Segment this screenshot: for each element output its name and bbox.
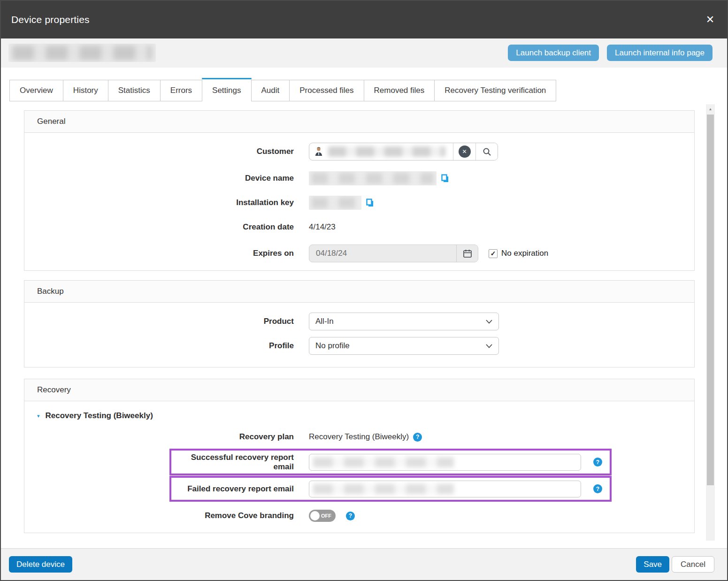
successful-email-highlight-box: Successful recovery report email ? bbox=[169, 449, 612, 475]
customer-clear-button[interactable]: ✕ bbox=[453, 143, 475, 160]
tab-audit[interactable]: Audit bbox=[251, 80, 290, 101]
expires-on-label: Expires on bbox=[24, 249, 294, 258]
failed-email-input[interactable] bbox=[309, 481, 581, 497]
tab-errors[interactable]: Errors bbox=[160, 80, 202, 101]
remove-branding-label: Remove Cove branding bbox=[24, 511, 294, 520]
product-row: Product All-In bbox=[24, 313, 694, 330]
device-header-band: Launch backup client Launch internal inf… bbox=[1, 38, 727, 68]
tab-bar: Overview History Statistics Errors Setti… bbox=[9, 78, 556, 101]
remove-branding-toggle[interactable]: OFF bbox=[309, 510, 336, 522]
cancel-button[interactable]: Cancel bbox=[672, 556, 714, 573]
customer-search-button[interactable] bbox=[475, 143, 498, 160]
help-icon[interactable]: ? bbox=[346, 512, 355, 520]
device-name-row: Device name bbox=[24, 171, 694, 185]
customer-row: Customer bbox=[24, 143, 694, 161]
device-name-redacted-value bbox=[309, 171, 437, 185]
failed-email-redacted-value bbox=[313, 484, 454, 494]
product-label: Product bbox=[24, 317, 294, 326]
customer-picker[interactable]: ✕ bbox=[309, 143, 498, 161]
creation-date-value: 4/14/23 bbox=[309, 222, 336, 232]
dialog-titlebar: Device properties ✕ bbox=[1, 1, 727, 38]
checkbox-check-icon: ✓ bbox=[489, 249, 498, 258]
profile-label: Profile bbox=[24, 341, 294, 351]
tab-history[interactable]: History bbox=[63, 80, 108, 101]
delete-device-button[interactable]: Delete device bbox=[9, 556, 72, 573]
device-name-redacted-heading bbox=[8, 44, 156, 62]
toggle-state-label: OFF bbox=[321, 510, 331, 522]
successful-email-label: Successful recovery report email bbox=[171, 453, 294, 472]
tab-settings[interactable]: Settings bbox=[202, 78, 251, 101]
failed-email-highlight-box: Failed recovery report email ? bbox=[169, 476, 612, 502]
copy-device-name-button[interactable] bbox=[441, 174, 449, 183]
save-button[interactable]: Save bbox=[636, 556, 669, 573]
copy-installation-key-button[interactable] bbox=[366, 199, 374, 207]
dialog-title: Device properties bbox=[11, 14, 90, 25]
dialog-footer: Delete device Save Cancel bbox=[1, 548, 727, 580]
expires-on-value: 04/18/24 bbox=[309, 245, 456, 262]
creation-date-label: Creation date bbox=[24, 222, 294, 232]
scrollbar-thumb[interactable] bbox=[707, 115, 714, 485]
toggle-knob bbox=[310, 511, 320, 520]
chevron-down-icon bbox=[486, 320, 492, 324]
backup-section: Backup Product All-In Profile No bbox=[24, 280, 695, 367]
tab-overview[interactable]: Overview bbox=[9, 80, 63, 101]
installation-key-label: Installation key bbox=[24, 198, 294, 207]
band-actions: Launch backup client Launch internal inf… bbox=[508, 45, 713, 61]
launch-internal-info-button[interactable]: Launch internal info page bbox=[607, 45, 713, 61]
customer-label: Customer bbox=[24, 147, 294, 156]
general-section: General Customer bbox=[24, 110, 695, 271]
collapse-triangle-icon: ▾ bbox=[37, 413, 40, 419]
failed-email-label: Failed recovery report email bbox=[171, 484, 294, 494]
installation-key-redacted-value bbox=[309, 196, 361, 210]
calendar-icon[interactable] bbox=[456, 245, 478, 262]
device-properties-dialog: Device properties ✕ Launch backup client… bbox=[0, 0, 728, 581]
chevron-down-icon bbox=[486, 344, 492, 348]
device-name-label: Device name bbox=[24, 174, 294, 183]
remove-branding-row: Remove Cove branding OFF ? bbox=[24, 510, 694, 522]
successful-email-redacted-value bbox=[313, 457, 454, 467]
help-icon[interactable]: ? bbox=[593, 484, 602, 493]
creation-date-row: Creation date 4/14/23 bbox=[24, 222, 694, 233]
launch-backup-client-button[interactable]: Launch backup client bbox=[508, 45, 599, 61]
tab-statistics[interactable]: Statistics bbox=[108, 80, 161, 101]
no-expiration-checkbox[interactable]: ✓ No expiration bbox=[489, 249, 548, 258]
expires-on-row: Expires on 04/18/24 ✓ bbox=[24, 245, 694, 262]
close-icon[interactable]: ✕ bbox=[704, 13, 717, 26]
product-value: All-In bbox=[315, 317, 334, 326]
clear-icon: ✕ bbox=[459, 145, 471, 158]
search-icon bbox=[483, 147, 491, 156]
tab-recovery-testing-verification[interactable]: Recovery Testing verification bbox=[434, 80, 556, 101]
recovery-plan-label: Recovery plan bbox=[24, 432, 294, 442]
profile-value: No profile bbox=[315, 341, 350, 351]
profile-row: Profile No profile bbox=[24, 337, 694, 355]
customer-name-redacted bbox=[328, 146, 445, 157]
recovery-plan-group-toggle[interactable]: ▾ Recovery Testing (Biweekly) bbox=[24, 411, 694, 420]
help-icon[interactable]: ? bbox=[413, 433, 422, 442]
scroll-up-icon[interactable]: ▲ bbox=[706, 104, 715, 114]
vertical-scrollbar[interactable]: ▲ bbox=[706, 104, 715, 541]
recovery-section: Recovery ▾ Recovery Testing (Biweekly) R… bbox=[24, 379, 695, 533]
profile-select[interactable]: No profile bbox=[309, 337, 499, 355]
recovery-plan-group-title: Recovery Testing (Biweekly) bbox=[46, 411, 153, 420]
product-select[interactable]: All-In bbox=[309, 313, 499, 330]
backup-section-title: Backup bbox=[24, 281, 694, 303]
copy-icon bbox=[441, 174, 449, 183]
tab-removed-files[interactable]: Removed files bbox=[364, 80, 435, 101]
expires-on-date-input[interactable]: 04/18/24 bbox=[309, 245, 478, 262]
customer-value-field[interactable] bbox=[309, 143, 453, 160]
copy-icon bbox=[366, 199, 374, 207]
recovery-plan-value: Recovery Testing (Biweekly) bbox=[309, 432, 409, 442]
installation-key-row: Installation key bbox=[24, 196, 694, 210]
general-section-title: General bbox=[24, 111, 694, 133]
help-icon[interactable]: ? bbox=[593, 458, 602, 466]
recovery-section-title: Recovery bbox=[24, 379, 694, 401]
successful-email-input[interactable] bbox=[309, 454, 581, 471]
no-expiration-label: No expiration bbox=[501, 249, 548, 258]
tab-processed-files[interactable]: Processed files bbox=[289, 80, 364, 101]
recovery-plan-row: Recovery plan Recovery Testing (Biweekly… bbox=[24, 431, 694, 443]
customer-avatar-icon bbox=[314, 146, 323, 157]
